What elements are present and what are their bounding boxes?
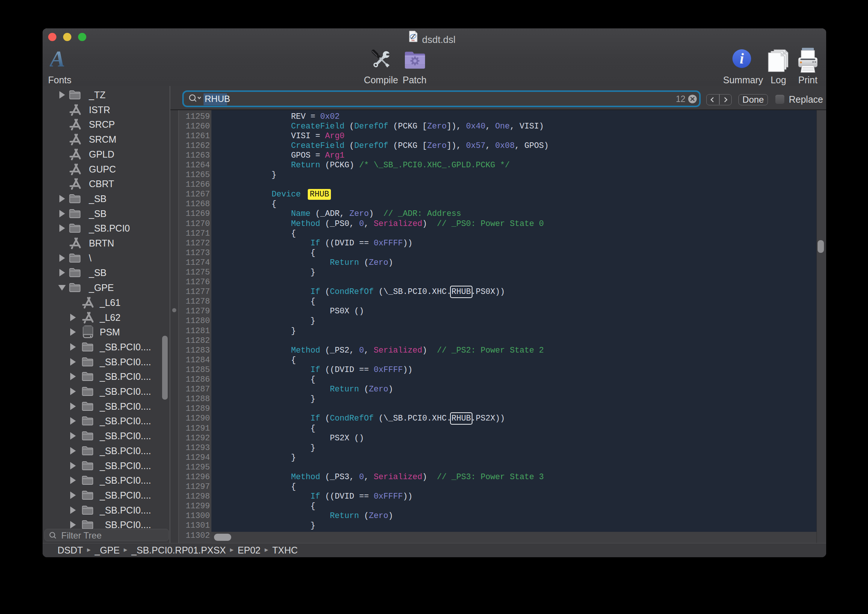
svg-text:i: i [739, 50, 744, 67]
svg-text:DSL: DSL [412, 40, 415, 42]
